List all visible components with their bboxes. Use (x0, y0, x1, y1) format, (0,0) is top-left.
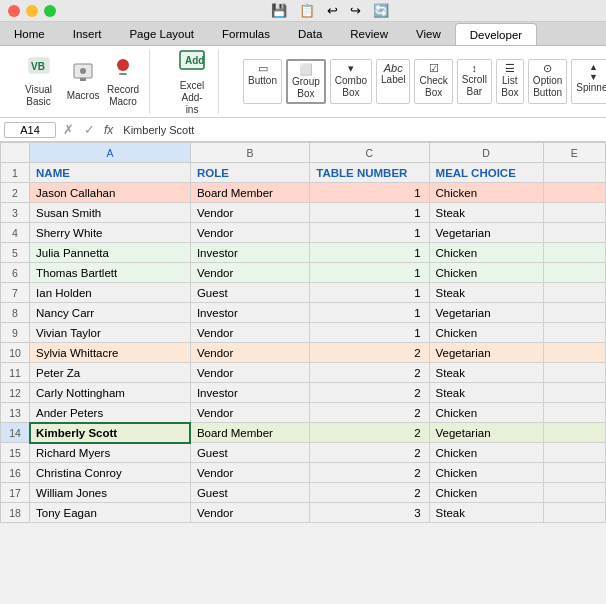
cell-role[interactable]: Board Member (190, 423, 309, 443)
col-header-a[interactable]: A (30, 143, 191, 163)
tab-insert[interactable]: Insert (59, 23, 116, 45)
list-box-button[interactable]: ☰ ListBox (496, 59, 524, 104)
spinner-button[interactable]: ▲▼ Spinner (571, 59, 606, 104)
table-row[interactable]: 14Kimberly ScottBoard Member2Vegetarian (1, 423, 606, 443)
cell-empty[interactable] (543, 343, 605, 363)
cell-name[interactable]: Ian Holden (30, 283, 191, 303)
cell-empty[interactable] (543, 203, 605, 223)
tab-developer[interactable]: Developer (455, 23, 537, 45)
cell-reference-input[interactable] (4, 122, 56, 138)
cell-name[interactable]: Ander Peters (30, 403, 191, 423)
cell-meal-choice[interactable]: Chicken (429, 463, 543, 483)
table-row[interactable]: 16Christina ConroyVendor2Chicken (1, 463, 606, 483)
table-row[interactable]: 15Richard MyersGuest2Chicken (1, 443, 606, 463)
cell-role[interactable]: Guest (190, 443, 309, 463)
cell-name[interactable]: Christina Conroy (30, 463, 191, 483)
cell-table-number[interactable]: 2 (310, 383, 429, 403)
excel-addins-button[interactable]: Add ExcelAdd-ins (174, 45, 210, 118)
cell-meal-choice[interactable]: Vegetarian (429, 223, 543, 243)
cell-meal-choice[interactable]: Steak (429, 363, 543, 383)
cell-table-number[interactable]: 1 (310, 323, 429, 343)
cell-empty[interactable] (543, 463, 605, 483)
table-row[interactable]: 8Nancy CarrInvestor1Vegetarian (1, 303, 606, 323)
cell-table-number[interactable]: 2 (310, 483, 429, 503)
visual-basic-button[interactable]: VB Visual Basic (16, 53, 61, 110)
cell-name[interactable]: Vivian Taylor (30, 323, 191, 343)
button-control-button[interactable]: ▭ Button (243, 59, 282, 104)
cell-empty[interactable] (543, 403, 605, 423)
col-header-c[interactable]: C (310, 143, 429, 163)
table-row[interactable]: 18Tony EaganVendor3Steak (1, 503, 606, 523)
spreadsheet[interactable]: A B C D E 1NAMEROLETABLE NUMBERMEAL CHOI… (0, 142, 606, 604)
cell-name[interactable]: Thomas Bartlett (30, 263, 191, 283)
cell-empty[interactable] (543, 483, 605, 503)
table-row[interactable]: 11Peter ZaVendor2Steak (1, 363, 606, 383)
cell-empty[interactable] (543, 363, 605, 383)
tab-page-layout[interactable]: Page Layout (115, 23, 208, 45)
cell-role[interactable]: Vendor (190, 223, 309, 243)
cell-table-number[interactable]: 2 (310, 343, 429, 363)
cell-table-number[interactable]: 1 (310, 263, 429, 283)
table-row[interactable]: 5Julia PannettaInvestor1Chicken (1, 243, 606, 263)
table-row[interactable]: 3Susan SmithVendor1Steak (1, 203, 606, 223)
cell-meal-choice[interactable]: Steak (429, 383, 543, 403)
table-row[interactable]: 7Ian HoldenGuest1Steak (1, 283, 606, 303)
cell-table-number[interactable]: TABLE NUMBER (310, 163, 429, 183)
undo-icon[interactable]: ↩ (327, 3, 338, 18)
cell-role[interactable]: Vendor (190, 323, 309, 343)
cell-name[interactable]: Peter Za (30, 363, 191, 383)
cell-role[interactable]: Investor (190, 243, 309, 263)
table-row[interactable]: 1NAMEROLETABLE NUMBERMEAL CHOICE (1, 163, 606, 183)
table-row[interactable]: 12Carly NottinghamInvestor2Steak (1, 383, 606, 403)
cell-meal-choice[interactable]: Steak (429, 203, 543, 223)
cell-name[interactable]: Richard Myers (30, 443, 191, 463)
cell-name[interactable]: NAME (30, 163, 191, 183)
cell-role[interactable]: Board Member (190, 183, 309, 203)
cell-role[interactable]: Vendor (190, 363, 309, 383)
cell-empty[interactable] (543, 163, 605, 183)
cell-name[interactable]: Nancy Carr (30, 303, 191, 323)
cell-role[interactable]: Vendor (190, 343, 309, 363)
cell-meal-choice[interactable]: Chicken (429, 483, 543, 503)
cell-name[interactable]: Julia Pannetta (30, 243, 191, 263)
cell-name[interactable]: Sylvia Whittacre (30, 343, 191, 363)
cell-meal-choice[interactable]: MEAL CHOICE (429, 163, 543, 183)
cell-meal-choice[interactable]: Steak (429, 283, 543, 303)
cell-role[interactable]: Vendor (190, 263, 309, 283)
cell-empty[interactable] (543, 243, 605, 263)
cell-meal-choice[interactable]: Vegetarian (429, 303, 543, 323)
cell-role[interactable]: Guest (190, 483, 309, 503)
table-row[interactable]: 9Vivian TaylorVendor1Chicken (1, 323, 606, 343)
check-box-button[interactable]: ☑ CheckBox (414, 59, 452, 104)
cell-table-number[interactable]: 2 (310, 463, 429, 483)
cell-role[interactable]: Investor (190, 383, 309, 403)
cell-table-number[interactable]: 1 (310, 243, 429, 263)
cell-table-number[interactable]: 1 (310, 283, 429, 303)
cell-name[interactable]: Jason Callahan (30, 183, 191, 203)
scroll-bar-button[interactable]: ↕ ScrollBar (457, 59, 492, 104)
cell-table-number[interactable]: 2 (310, 423, 429, 443)
minimize-button[interactable] (26, 5, 38, 17)
tab-formulas[interactable]: Formulas (208, 23, 284, 45)
table-row[interactable]: 4Sherry WhiteVendor1Vegetarian (1, 223, 606, 243)
macros-button[interactable]: Macros (65, 59, 101, 104)
cell-empty[interactable] (543, 423, 605, 443)
tab-data[interactable]: Data (284, 23, 336, 45)
cell-empty[interactable] (543, 223, 605, 243)
cell-empty[interactable] (543, 303, 605, 323)
maximize-button[interactable] (44, 5, 56, 17)
cell-empty[interactable] (543, 503, 605, 523)
save-icon[interactable]: 💾 (271, 3, 287, 18)
cell-role[interactable]: Vendor (190, 203, 309, 223)
option-button-button[interactable]: ⊙ OptionButton (528, 59, 567, 104)
cell-table-number[interactable]: 1 (310, 203, 429, 223)
col-header-e[interactable]: E (543, 143, 605, 163)
cell-meal-choice[interactable]: Steak (429, 503, 543, 523)
cell-empty[interactable] (543, 323, 605, 343)
cell-name[interactable]: Tony Eagan (30, 503, 191, 523)
cell-name[interactable]: Kimberly Scott (30, 423, 191, 443)
cell-name[interactable]: Carly Nottingham (30, 383, 191, 403)
cell-empty[interactable] (543, 443, 605, 463)
cell-role[interactable]: Vendor (190, 403, 309, 423)
cell-table-number[interactable]: 2 (310, 363, 429, 383)
